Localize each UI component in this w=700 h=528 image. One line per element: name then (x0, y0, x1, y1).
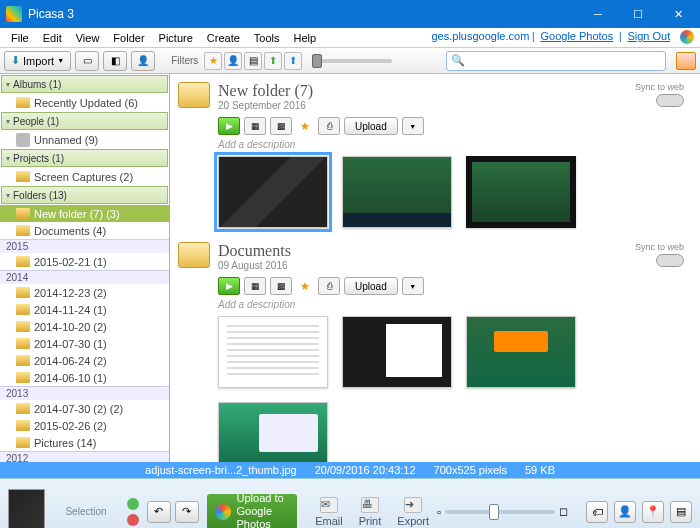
sync-toggle[interactable] (656, 254, 684, 267)
zoom-slider[interactable] (445, 510, 555, 514)
sidebar-item-label: 2014-07-30 (2) (2) (34, 403, 123, 415)
sidebar-category[interactable]: ▾Projects (1) (1, 149, 168, 167)
export-button[interactable]: ➜Export (397, 497, 429, 527)
thumbnail-row (218, 156, 692, 228)
upload-dropdown[interactable]: ▼ (402, 277, 424, 295)
share-button[interactable]: ⎙ (318, 277, 340, 295)
menu-view[interactable]: View (69, 30, 107, 46)
collage-button[interactable]: ▦ (244, 277, 266, 295)
play-button[interactable]: ▶ (218, 277, 240, 295)
sync-to-web[interactable]: Sync to web (635, 242, 684, 269)
rotate-right-button[interactable]: ↷ (175, 501, 199, 523)
upload-dropdown[interactable]: ▼ (402, 117, 424, 135)
sidebar-category[interactable]: ▾Folders (13) (1, 186, 168, 204)
info-button[interactable]: ▤ (670, 501, 692, 523)
sidebar-item[interactable]: Screen Captures (2) (0, 168, 169, 185)
sidebar-item[interactable]: 2014-12-23 (2) (0, 284, 169, 301)
movie-button[interactable]: ▩ (270, 277, 292, 295)
search-input[interactable]: 🔍 (446, 51, 666, 71)
folder-header: Documents09 August 2016 (178, 242, 692, 271)
sidebar-item[interactable]: 2015-02-26 (2) (0, 417, 169, 434)
sidebar-item[interactable]: Recently Updated (6) (0, 94, 169, 111)
thumbnail[interactable] (466, 316, 576, 388)
folder-name[interactable]: New folder (7) (218, 82, 313, 100)
star-icon[interactable]: ★ (300, 120, 310, 133)
sync-toggle[interactable] (656, 94, 684, 107)
sidebar-item[interactable]: Documents (4) (0, 222, 169, 239)
movie-button[interactable]: ▩ (270, 117, 292, 135)
minimize-button[interactable]: ─ (578, 0, 618, 28)
sidebar-item-label: 2014-07-30 (1) (34, 338, 107, 350)
upload-button[interactable]: Upload (344, 277, 398, 295)
close-button[interactable]: ✕ (658, 0, 698, 28)
sidebar-category[interactable]: ▾Albums (1) (1, 75, 168, 93)
sidebar-item[interactable]: 2015-02-21 (1) (0, 253, 169, 270)
sync-icon[interactable] (676, 52, 696, 70)
zoom-in-icon[interactable]: ◻ (559, 505, 568, 518)
sidebar-item[interactable]: New folder (7) (3) (0, 205, 169, 222)
sign-out-link[interactable]: Sign Out (627, 30, 670, 42)
email-button[interactable]: ✉Email (315, 497, 343, 527)
sidebar-item[interactable]: 2014-06-10 (1) (0, 369, 169, 386)
sidebar-item[interactable]: 2014-06-24 (2) (0, 352, 169, 369)
menu-edit[interactable]: Edit (36, 30, 69, 46)
sidebar-item[interactable]: 2014-07-30 (2) (2) (0, 400, 169, 417)
filter-geo[interactable]: ⬆ (264, 52, 282, 70)
star-icon[interactable]: ★ (300, 280, 310, 293)
import-button[interactable]: ⬇Import▼ (4, 51, 71, 71)
status-dim: 700x525 pixels (434, 464, 507, 476)
maximize-button[interactable]: ☐ (618, 0, 658, 28)
upload-button[interactable]: Upload (344, 117, 398, 135)
sync-to-web[interactable]: Sync to web (635, 82, 684, 109)
menu-folder[interactable]: Folder (106, 30, 151, 46)
filter-face[interactable]: 👤 (224, 52, 242, 70)
filter-bar: ★ 👤 ▤ ⬆ ⬆ (204, 52, 302, 70)
sidebar-item[interactable]: 2014-10-20 (2) (0, 318, 169, 335)
filter-slider[interactable] (312, 59, 392, 63)
thumbnail[interactable] (218, 402, 328, 462)
collage-button[interactable]: ▦ (244, 117, 266, 135)
sidebar-item[interactable]: Unnamed (9) (0, 131, 169, 148)
view-mode-button[interactable]: ◧ (103, 51, 127, 71)
play-button[interactable]: ▶ (218, 117, 240, 135)
filter-star[interactable]: ★ (204, 52, 222, 70)
thumbnail[interactable] (342, 156, 452, 228)
folder-icon (16, 256, 30, 267)
thumbnail[interactable] (466, 156, 576, 228)
description-field[interactable]: Add a description (218, 299, 692, 310)
folder-name[interactable]: Documents (218, 242, 291, 260)
sidebar-category[interactable]: ▾People (1) (1, 112, 168, 130)
share-button[interactable]: ⎙ (318, 117, 340, 135)
rotate-left-button[interactable]: ↶ (147, 501, 171, 523)
google-photos-link[interactable]: Google Photos (540, 30, 613, 42)
hold-pin[interactable] (127, 498, 139, 510)
sidebar-item[interactable]: Pictures (14) (0, 434, 169, 451)
menu-help[interactable]: Help (287, 30, 324, 46)
menu-picture[interactable]: Picture (152, 30, 200, 46)
filter-movie[interactable]: ▤ (244, 52, 262, 70)
sidebar-item[interactable]: 2014-11-24 (1) (0, 301, 169, 318)
zoom-out-icon[interactable]: ▫ (437, 506, 441, 518)
folder-actions: ▶▦▩★⎙Upload▼ (218, 277, 692, 295)
menu-tools[interactable]: Tools (247, 30, 287, 46)
status-date: 20/09/2016 20:43:12 (315, 464, 416, 476)
people-tag-button[interactable]: 👤 (614, 501, 636, 523)
people-button[interactable]: 👤 (131, 51, 155, 71)
thumbnail[interactable] (218, 156, 328, 228)
account-host: ges.plusgoogle.com (431, 30, 529, 42)
geo-tag-button[interactable]: 📍 (642, 501, 664, 523)
upload-google-button[interactable]: Upload to Google Photos (207, 494, 298, 529)
print-button[interactable]: 🖶Print (359, 497, 382, 527)
menu-create[interactable]: Create (200, 30, 247, 46)
menu-file[interactable]: File (4, 30, 36, 46)
tag-button[interactable]: 🏷 (586, 501, 608, 523)
tray-thumbnail[interactable] (8, 489, 45, 529)
filter-tag[interactable]: ⬆ (284, 52, 302, 70)
thumbnail[interactable] (342, 316, 452, 388)
sidebar-item[interactable]: 2014-07-30 (1) (0, 335, 169, 352)
new-album-button[interactable]: ▭ (75, 51, 99, 71)
thumbnail[interactable] (218, 316, 328, 388)
description-field[interactable]: Add a description (218, 139, 692, 150)
sidebar-item-label: 2014-11-24 (1) (34, 304, 107, 316)
clear-pin[interactable] (127, 514, 139, 526)
